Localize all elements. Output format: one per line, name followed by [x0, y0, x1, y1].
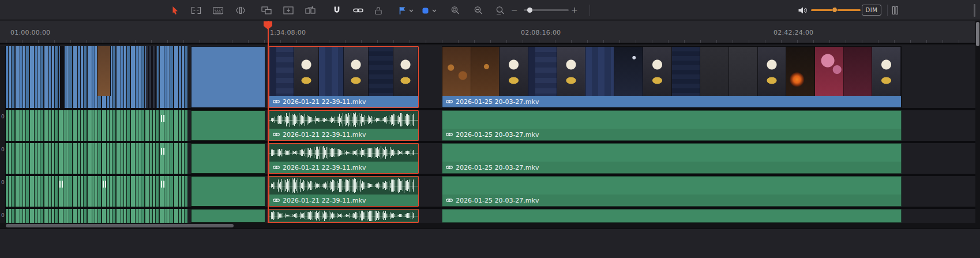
video-clip-dense-patch [146, 46, 157, 108]
marker-icon[interactable] [422, 5, 429, 16]
video-thumbnail-patch [97, 46, 111, 96]
toolbar-divider [887, 5, 888, 16]
playhead-line[interactable] [268, 21, 269, 223]
audio-clip-selected[interactable]: 2026-01-21 22-39-11.mkv [269, 143, 419, 174]
dim-button[interactable]: DIM [862, 5, 881, 16]
monitor-volume-slider-knob[interactable] [832, 7, 838, 13]
selection-arrow-icon[interactable] [171, 5, 179, 16]
clip-name-bar: 2026-01-21 22-39-11.mkv [269, 195, 418, 206]
audio-clip[interactable] [191, 209, 265, 223]
audio-clip[interactable] [191, 110, 265, 141]
zoom-full-extent-icon[interactable] [450, 5, 460, 16]
clip-name: 2026-01-21 22-39-11.mkv [283, 197, 366, 204]
audio-clip-cluster[interactable] [6, 110, 187, 141]
snapping-magnet-icon[interactable] [332, 5, 341, 16]
waveform-burst [161, 115, 166, 122]
clip-name-bar: 2026-01-21 22-39-11.mkv [269, 129, 418, 140]
position-lock-icon[interactable] [374, 5, 382, 16]
filmstrip-thumbnails [442, 47, 901, 96]
audio-clip-selected[interactable] [269, 209, 419, 223]
link-icon [446, 132, 453, 137]
linked-selection-chain-icon[interactable] [353, 5, 363, 16]
audio-clip[interactable]: 2026-01-25 20-03-27.mkv [442, 110, 902, 141]
ruler-timecode: 02:42:24:00 [774, 29, 813, 36]
link-icon [446, 99, 453, 104]
video-clip-selected[interactable]: 2026-01-21 22-39-11.mkv [269, 46, 419, 108]
video-clip[interactable] [191, 46, 265, 108]
video-clip-gap [59, 46, 65, 108]
waveform-burst [59, 181, 64, 188]
timeline-zoom-slider-knob[interactable] [527, 8, 532, 13]
filmstrip-thumbnails [269, 47, 418, 96]
clip-name-bar: 2026-01-25 20-03-27.mkv [442, 96, 901, 107]
clip-name-bar: 2026-01-21 22-39-11.mkv [269, 96, 418, 107]
video-clip[interactable]: 2026-01-25 20-03-27.mkv [442, 46, 902, 108]
link-icon [446, 197, 453, 203]
audio-clip-cluster[interactable] [6, 176, 187, 207]
track-header-edge: 0 0 0 0 [0, 46, 6, 223]
toolbar-divider [589, 5, 590, 16]
track-gain-label: 0 [1, 212, 5, 218]
horizontal-scrollbar-thumb[interactable] [6, 224, 234, 227]
flag-icon[interactable] [399, 5, 407, 16]
blade-edit-mode-icon[interactable] [235, 5, 246, 16]
insert-clip-icon[interactable] [261, 5, 272, 16]
edit-toolbar: − + DIM [0, 0, 980, 20]
video-editor-window: − + DIM 01:00:00:00 1:34:08:00 02:08:16:… [0, 0, 980, 258]
clip-name-bar: 2026-01-25 20-03-27.mkv [442, 195, 901, 206]
clip-name: 2026-01-25 20-03-27.mkv [456, 98, 539, 106]
clip-name: 2026-01-21 22-39-11.mkv [283, 98, 366, 106]
flag-dropdown-chevron-icon[interactable] [409, 5, 414, 16]
audio-meters-icon[interactable] [892, 5, 899, 16]
link-icon [273, 164, 280, 170]
page-navigation-bar [0, 229, 980, 258]
waveform-burst [161, 181, 166, 188]
audio-waveform [269, 210, 418, 222]
link-icon [273, 99, 280, 104]
audio-clip[interactable] [191, 176, 265, 207]
overwrite-clip-icon[interactable] [283, 5, 294, 16]
clip-name-bar: 2026-01-21 22-39-11.mkv [269, 162, 418, 173]
link-icon [446, 164, 453, 170]
clip-name: 2026-01-21 22-39-11.mkv [283, 131, 366, 139]
ruler-timecode-playhead: 1:34:08:00 [270, 29, 306, 36]
link-icon [273, 132, 280, 137]
zoom-custom-icon[interactable] [495, 5, 505, 16]
trim-edit-mode-icon[interactable] [191, 5, 201, 16]
track-gain-label: 0 [1, 180, 5, 185]
link-icon [273, 197, 280, 203]
track-gain-label: 0 [1, 114, 5, 119]
vertical-scrollbar-thumb[interactable] [976, 22, 979, 46]
zoom-in-plus[interactable]: + [571, 5, 578, 14]
audio-clip-selected[interactable]: 2026-01-21 22-39-11.mkv [269, 110, 419, 141]
waveform-burst [103, 181, 107, 188]
panel-edge-handle[interactable] [974, 4, 975, 17]
audio-clip-cluster[interactable] [6, 209, 187, 223]
audio-clip[interactable] [191, 143, 265, 174]
audio-clip[interactable] [442, 209, 902, 223]
timeline-ruler[interactable]: 01:00:00:00 1:34:08:00 02:08:16:00 02:42… [0, 21, 980, 44]
clip-name: 2026-01-21 22-39-11.mkv [283, 164, 366, 171]
audio-waveform [269, 144, 418, 162]
audio-clip-cluster[interactable] [6, 143, 187, 174]
zoom-detail-icon[interactable] [474, 5, 483, 16]
vertical-scrollbar[interactable] [975, 21, 980, 223]
speaker-icon[interactable] [798, 5, 808, 16]
audio-clip[interactable]: 2026-01-25 20-03-27.mkv [442, 143, 902, 174]
audio-clip[interactable]: 2026-01-25 20-03-27.mkv [442, 176, 902, 207]
clip-name-bar: 2026-01-25 20-03-27.mkv [442, 129, 901, 140]
waveform-burst [161, 148, 166, 155]
replace-clip-icon[interactable] [305, 5, 316, 16]
ruler-timecode: 01:00:00:00 [10, 29, 50, 36]
clip-name-bar: 2026-01-25 20-03-27.mkv [442, 162, 901, 173]
dynamic-trim-icon[interactable] [213, 5, 223, 16]
marker-dropdown-chevron-icon[interactable] [432, 5, 437, 16]
audio-waveform [269, 111, 418, 129]
timeline-tracks-area: 0 0 0 0 2026-01-21 22-39-11 [0, 46, 980, 223]
ruler-timecode: 02:08:16:00 [521, 29, 561, 36]
clip-name: 2026-01-25 20-03-27.mkv [456, 197, 539, 204]
clip-name: 2026-01-25 20-03-27.mkv [456, 164, 539, 171]
track-gain-label: 0 [1, 147, 5, 152]
zoom-out-minus[interactable]: − [511, 5, 518, 14]
audio-clip-selected[interactable]: 2026-01-21 22-39-11.mkv [269, 176, 419, 207]
